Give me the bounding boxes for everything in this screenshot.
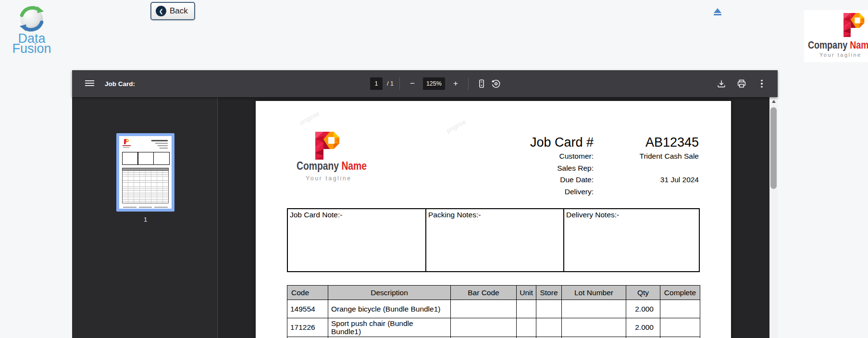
doc-company-tagline: Your tagline <box>306 175 352 182</box>
cell-bar-code <box>451 300 517 318</box>
cell-description: Sport push chair (Bundle Bundle1) <box>328 318 451 337</box>
toolbar-divider <box>399 77 400 90</box>
page-thumbnail[interactable] <box>116 133 174 212</box>
eject-icon[interactable] <box>714 8 721 15</box>
brand-line-2: Fusion <box>6 44 58 54</box>
download-icon <box>716 78 727 89</box>
company-logo-image: Company Name Your tagline <box>804 10 868 62</box>
col-complete: Complete <box>660 286 700 300</box>
toolbar-divider <box>468 77 469 90</box>
customer-label: Customer: <box>439 150 594 163</box>
document-area: pngtree pngtree Company Name Your taglin… <box>218 97 769 338</box>
print-icon <box>736 78 747 89</box>
sales-rep-label: Sales Rep: <box>439 163 594 175</box>
col-lot-number: Lot Number <box>562 286 626 300</box>
thumbnail-sidebar: 1 <box>72 97 218 338</box>
watermark-text: pngtree <box>445 118 467 135</box>
page-thumbnail-preview <box>119 136 172 209</box>
fit-to-page-button[interactable] <box>474 75 489 92</box>
jobcard-number-label: Job Card # <box>439 135 594 150</box>
back-chevron-icon: ❮ <box>156 6 166 16</box>
items-table: Code Description Bar Code Unit Store Lot… <box>287 285 700 338</box>
cell-bar-code <box>451 318 517 337</box>
cell-store <box>536 318 562 337</box>
notes-section: Job Card Note:- Packing Notes:- Delivery… <box>287 208 700 272</box>
zoom-out-button[interactable]: − <box>406 75 419 92</box>
col-unit: Unit <box>517 286 536 300</box>
pdf-page: pngtree pngtree Company Name Your taglin… <box>256 101 731 338</box>
sales-rep-value <box>594 163 699 175</box>
doc-company-p-icon <box>315 132 340 160</box>
cell-unit <box>517 300 536 318</box>
scroll-up-arrow[interactable] <box>769 97 778 105</box>
customer-value: Trident Cash Sale <box>594 150 699 163</box>
jobcard-header: Job Card # AB12345 Customer: Trident Cas… <box>439 135 699 198</box>
rotate-icon <box>491 78 501 89</box>
col-bar-code: Bar Code <box>451 286 517 300</box>
delivery-notes-box: Delivery Notes:- <box>564 209 699 271</box>
cell-description: Orange bicycle (Bundle Bundle1) <box>328 300 451 318</box>
jobcard-number-value: AB12345 <box>594 135 699 150</box>
delivery-label: Delivery: <box>439 186 594 198</box>
watermark-text: pngtree <box>298 110 321 126</box>
col-qty: Qty <box>626 286 660 300</box>
fit-page-icon <box>476 78 487 89</box>
col-store: Store <box>536 286 562 300</box>
cell-code: 171226 <box>287 318 328 337</box>
back-button[interactable]: ❮ Back <box>150 2 195 20</box>
doc-company-name: Company Name <box>297 160 367 173</box>
thumb-notes-boxes <box>122 152 169 165</box>
thumb-logo-icon <box>124 139 129 144</box>
cell-store <box>536 300 562 318</box>
rotate-button[interactable] <box>489 75 503 92</box>
zoom-level-input[interactable]: 125% <box>423 77 445 90</box>
corner-company-dark: Company <box>808 39 847 51</box>
page-total-label: / 1 <box>387 80 394 87</box>
table-row: 149554 Orange bicycle (Bundle Bundle1) 2… <box>287 300 700 318</box>
vertical-scrollbar[interactable] <box>769 97 778 338</box>
document-title: Job Card: <box>105 70 135 97</box>
pdf-viewer: Job Card: 1 / 1 − 125% + <box>72 70 778 338</box>
table-row: 171226 Sport push chair (Bundle Bundle1)… <box>287 318 700 337</box>
back-button-label: Back <box>170 6 188 16</box>
print-button[interactable] <box>734 75 749 92</box>
cell-code: 149554 <box>287 300 328 318</box>
toolbar-right-controls <box>714 70 769 97</box>
packing-notes-box: Packing Notes:- <box>426 209 564 271</box>
cell-lot-number <box>562 300 626 318</box>
scrollbar-thumb[interactable] <box>770 107 777 189</box>
cell-complete <box>660 300 700 318</box>
cell-unit <box>517 318 536 337</box>
col-description: Description <box>328 286 451 300</box>
download-button[interactable] <box>714 75 729 92</box>
more-options-button[interactable] <box>755 75 769 92</box>
kebab-menu-icon <box>761 80 763 88</box>
menu-icon[interactable] <box>85 80 94 88</box>
due-date-value: 31 Jul 2024 <box>594 174 699 186</box>
due-date-label: Due Date: <box>439 174 594 186</box>
col-code: Code <box>287 286 328 300</box>
cell-qty: 2.000 <box>626 318 660 337</box>
thumb-table <box>122 168 169 203</box>
company-p-icon <box>843 13 865 37</box>
datafusion-sphere-icon <box>19 6 45 32</box>
datafusion-logo: Data Fusion <box>6 6 58 54</box>
thumbnail-page-number: 1 <box>116 216 174 223</box>
thumb-signature-lines <box>123 207 168 208</box>
cell-lot-number <box>562 318 626 337</box>
zoom-in-button[interactable]: + <box>449 75 462 92</box>
page-number-input[interactable]: 1 <box>370 77 383 90</box>
screen: { "app": { "brand_line1": "Data", "brand… <box>0 0 868 338</box>
table-header-row: Code Description Bar Code Unit Store Lot… <box>287 286 700 300</box>
cell-complete <box>660 318 700 337</box>
corner-company-red: Name <box>850 39 868 51</box>
pdf-toolbar: Job Card: 1 / 1 − 125% + <box>72 70 778 97</box>
job-card-note-box: Job Card Note:- <box>288 209 426 271</box>
cell-qty: 2.000 <box>626 300 660 318</box>
delivery-value <box>594 186 699 198</box>
toolbar-center-controls: 1 / 1 − 125% + <box>370 70 503 97</box>
corner-tagline: Your tagline <box>819 52 862 58</box>
